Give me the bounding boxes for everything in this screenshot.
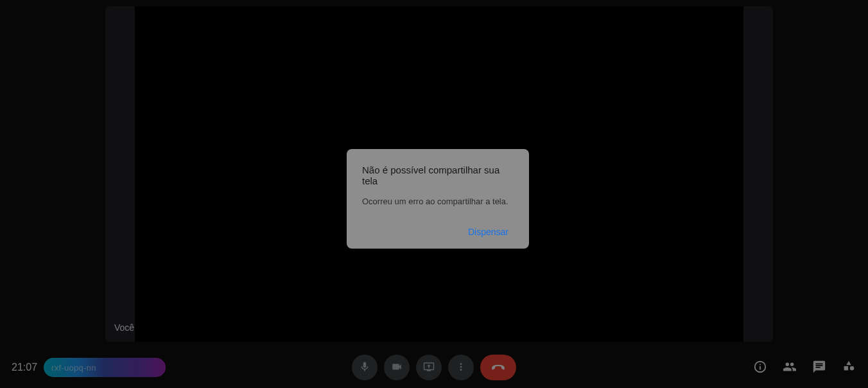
screen-share-error-dialog: Não é possível compartilhar sua tela Oco…: [347, 149, 529, 249]
dialog-body: Ocorreu um erro ao compartilhar a tela.: [362, 197, 514, 206]
dialog-actions: Dispensar: [362, 222, 514, 242]
dismiss-button[interactable]: Dispensar: [463, 222, 514, 242]
dialog-title: Não é possível compartilhar sua tela: [362, 164, 514, 186]
